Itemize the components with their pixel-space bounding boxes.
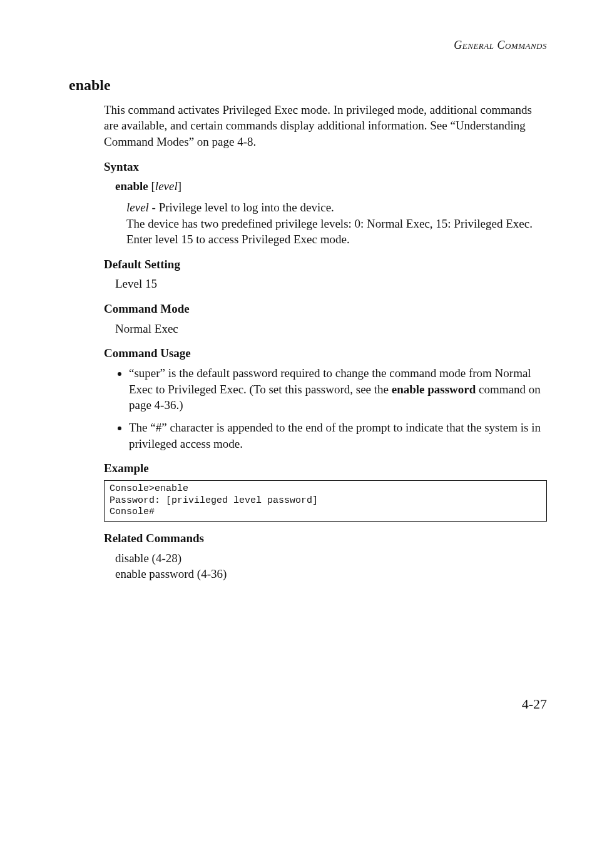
- syntax-arg-desc2: The device has two predefined privilege …: [126, 217, 533, 246]
- example-heading: Example: [104, 460, 547, 477]
- command-usage-heading: Command Usage: [104, 345, 547, 361]
- intro-text: This command activates Privileged Exec m…: [104, 103, 532, 148]
- default-setting-value: Level 15: [115, 276, 547, 292]
- command-mode-heading: Command Mode: [104, 301, 547, 317]
- related-block: disable (4-28) enable password (4-36): [115, 550, 547, 582]
- syntax-heading: Syntax: [104, 159, 547, 175]
- default-setting-heading: Default Setting: [104, 256, 547, 273]
- example-console: Console>enable Password: [privileged lev…: [104, 480, 547, 522]
- syntax-arg-name: level: [126, 201, 149, 214]
- syntax-arg-block: level - Privilege level to log into the …: [126, 199, 547, 248]
- page-number: 4-27: [69, 695, 547, 714]
- usage-bullet-1-bold: enable password: [392, 383, 476, 396]
- usage-bullet-2: The “#” character is appended to the end…: [129, 420, 547, 452]
- usage-list: “super” is the default password required…: [104, 365, 547, 452]
- related-line-1: disable (4-28): [115, 552, 181, 565]
- related-line-2: enable password (4-36): [115, 567, 227, 580]
- running-header: General Commands: [69, 38, 547, 53]
- usage-bullet-1: “super” is the default password required…: [129, 365, 547, 413]
- intro-paragraph: This command activates Privileged Exec m…: [104, 102, 547, 150]
- syntax-line: enable [level]: [115, 178, 547, 194]
- command-title: enable: [69, 75, 547, 95]
- usage-bullet-2-text: The “#” character is appended to the end…: [129, 421, 541, 450]
- syntax-command: enable: [115, 179, 148, 193]
- command-title-text: enable: [69, 77, 111, 93]
- command-mode-value: Normal Exec: [115, 321, 547, 337]
- running-header-text: General Commands: [454, 39, 547, 51]
- syntax-bracket-open: [: [148, 179, 155, 193]
- related-heading: Related Commands: [104, 530, 547, 547]
- syntax-arg: level: [155, 179, 178, 193]
- syntax-bracket-close: ]: [178, 179, 181, 193]
- syntax-arg-desc1: - Privilege level to log into the device…: [149, 201, 334, 214]
